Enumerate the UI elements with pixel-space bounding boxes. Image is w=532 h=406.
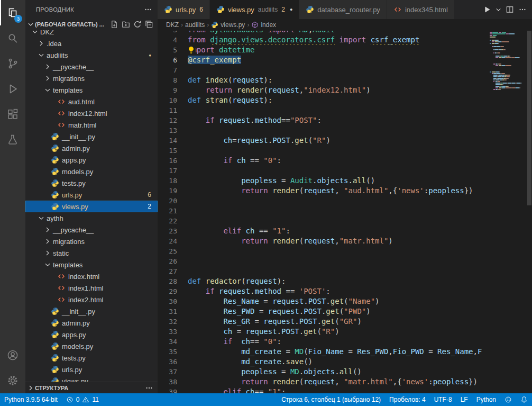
line-number[interactable]: 15 xyxy=(158,146,186,156)
line-number[interactable]: 30 xyxy=(158,296,186,306)
tree-item-init-py[interactable]: __init__.py xyxy=(25,305,158,317)
line-number[interactable]: 36 xyxy=(158,357,186,367)
line-number[interactable]: 5 xyxy=(158,45,186,55)
collapse-all-icon[interactable] xyxy=(144,19,154,30)
code-line-37[interactable]: 37 peopless = MD.objects.all() xyxy=(158,367,489,377)
ellipsis-icon[interactable] xyxy=(517,4,528,15)
code-line-39[interactable]: 39 elif ch== "1": xyxy=(158,387,489,393)
code-line-3[interactable]: 3from aythh.models import MD,Audit xyxy=(158,31,489,35)
code-line-28[interactable]: 28def redactor(request): xyxy=(158,276,489,286)
line-number[interactable]: 20 xyxy=(158,196,186,206)
status-language[interactable]: Python xyxy=(472,393,500,406)
tab-urls-py[interactable]: urls.py6 xyxy=(158,0,210,19)
line-number[interactable]: 24 xyxy=(158,236,186,246)
sidebar-more-actions-icon[interactable] xyxy=(144,5,152,14)
tree-item-urls-py[interactable]: urls.py xyxy=(25,364,158,375)
tab-index345-html[interactable]: index345.html xyxy=(387,0,455,19)
tree-item-aud-html[interactable]: aud.html xyxy=(25,96,158,107)
code-line-20[interactable]: 20 xyxy=(158,196,489,206)
line-number[interactable]: 39 xyxy=(158,387,186,393)
tree-item-index2-html[interactable]: index2.html xyxy=(25,294,158,305)
tree-item-views-py[interactable]: views.py2 xyxy=(25,201,158,212)
tree-item-apps-py[interactable]: apps.py xyxy=(25,329,158,340)
line-number[interactable]: 31 xyxy=(158,306,186,317)
tree-item-index-html[interactable]: index.html xyxy=(25,270,158,282)
code-line-15[interactable]: 15 xyxy=(158,146,489,156)
tree-item-templates[interactable]: templates xyxy=(25,84,158,96)
lightbulb-icon[interactable] xyxy=(187,46,196,55)
activitybar-testing[interactable] xyxy=(0,127,25,152)
code-line-25[interactable]: 25 xyxy=(158,246,489,256)
line-number[interactable]: 37 xyxy=(158,367,186,377)
code-line-13[interactable]: 13 xyxy=(158,125,489,136)
code-line-8[interactable]: 8def index(request): xyxy=(158,75,489,85)
line-number[interactable]: 23 xyxy=(158,226,186,236)
line-number[interactable]: 27 xyxy=(158,266,186,276)
code-line-30[interactable]: 30 Res_Name = request.POST.get("Name") xyxy=(158,296,489,306)
workspace-section-header[interactable]: (РАБОЧАЯ ОБЛАСТЬ) ... xyxy=(25,19,158,30)
line-number[interactable]: 28 xyxy=(158,276,186,286)
line-number[interactable]: 38 xyxy=(158,377,186,387)
code-line-19[interactable]: 19 return render(request, "aud.html",{'n… xyxy=(158,186,489,196)
breadcrumb-item-dkz[interactable]: DKZ xyxy=(166,21,179,29)
code-line-18[interactable]: 18 peopless = Audit.objects.all() xyxy=(158,176,489,186)
tree-item-templates[interactable]: templates xyxy=(25,259,158,270)
activitybar-source-control[interactable] xyxy=(0,51,25,76)
code-line-6[interactable]: 6@csrf_exempt xyxy=(158,55,489,65)
activitybar-extensions[interactable] xyxy=(0,102,25,127)
line-number[interactable]: 6 xyxy=(158,55,186,65)
status-notifications[interactable] xyxy=(516,393,532,406)
line-number[interactable]: 22 xyxy=(158,216,186,226)
vertical-scrollbar[interactable] xyxy=(527,31,532,393)
tree-item-migrations[interactable]: migrations xyxy=(25,73,158,84)
activitybar-run-debug[interactable] xyxy=(0,76,25,102)
tree-item-urls-py[interactable]: urls.py6 xyxy=(25,189,158,201)
tree-item-tests-py[interactable]: tests.py xyxy=(25,177,158,189)
tree-item-models-py[interactable]: models.py xyxy=(25,340,158,352)
code-line-16[interactable]: 16 if ch == "0": xyxy=(158,156,489,166)
line-number[interactable]: 3 xyxy=(158,31,186,35)
status-problems[interactable]: 0 11 xyxy=(62,393,103,406)
play-icon[interactable] xyxy=(482,4,492,15)
tab-database-roouter-py[interactable]: database_roouter.py xyxy=(299,0,387,19)
activitybar-account[interactable] xyxy=(0,342,25,368)
new-folder-icon[interactable] xyxy=(121,19,131,30)
line-number[interactable]: 32 xyxy=(158,317,186,327)
breadcrumb-item-audiiits[interactable]: audiiits xyxy=(185,21,205,29)
tab-views-py[interactable]: views.pyaudiiits2● xyxy=(210,0,299,19)
code-line-24[interactable]: 24 return render(request,"matr.html") xyxy=(158,236,489,246)
line-number[interactable]: 12 xyxy=(158,115,186,125)
outline-section-header[interactable]: СТРУКТУРА xyxy=(25,382,158,393)
code-line-14[interactable]: 14 ch=request.POST.get("R") xyxy=(158,136,489,146)
tree-item-index12-html[interactable]: index12.html xyxy=(25,107,158,119)
tree-item-models-py[interactable]: models.py xyxy=(25,166,158,177)
activitybar-settings[interactable] xyxy=(0,368,25,393)
line-number[interactable]: 26 xyxy=(158,256,186,266)
minimap[interactable] xyxy=(489,31,527,393)
line-number[interactable]: 17 xyxy=(158,166,186,176)
line-number[interactable]: 25 xyxy=(158,246,186,256)
activitybar-explorer[interactable]: 3 xyxy=(0,0,25,25)
split-editor-icon[interactable] xyxy=(505,4,515,15)
chevron-down-icon[interactable] xyxy=(494,4,502,15)
line-number[interactable]: 9 xyxy=(158,85,186,95)
status-eol[interactable]: LF xyxy=(456,393,472,406)
status-indentation[interactable]: Пробелов: 4 xyxy=(385,393,430,406)
tree-item-audiiits[interactable]: audiiits● xyxy=(25,49,158,61)
line-number[interactable]: 21 xyxy=(158,206,186,216)
code-line-11[interactable]: 11 xyxy=(158,105,489,115)
tree-item-matr-html[interactable]: matr.html xyxy=(25,119,158,131)
line-number[interactable]: 33 xyxy=(158,327,186,337)
line-number[interactable]: 29 xyxy=(158,286,186,296)
tree-item-init-py[interactable]: __init__.py xyxy=(25,131,158,142)
tree-item-pycache[interactable]: __pycache__ xyxy=(25,61,158,73)
code-line-22[interactable]: 22 xyxy=(158,216,489,226)
status-cursor-position[interactable]: Строка 6, столбец 1 (выбрано 12) xyxy=(277,393,385,406)
tree-item-static[interactable]: static xyxy=(25,247,158,259)
tree-item-aythh[interactable]: aythh xyxy=(25,212,158,224)
line-number[interactable]: 35 xyxy=(158,347,186,357)
code-line-9[interactable]: 9 return render(request,"index12.html") xyxy=(158,85,489,95)
breadcrumb-item-index[interactable]: index xyxy=(251,21,276,29)
code-line-4[interactable]: 4from django.views.decorators.csrf impor… xyxy=(158,35,489,45)
code-line-34[interactable]: 34 if ch== "0": xyxy=(158,337,489,347)
